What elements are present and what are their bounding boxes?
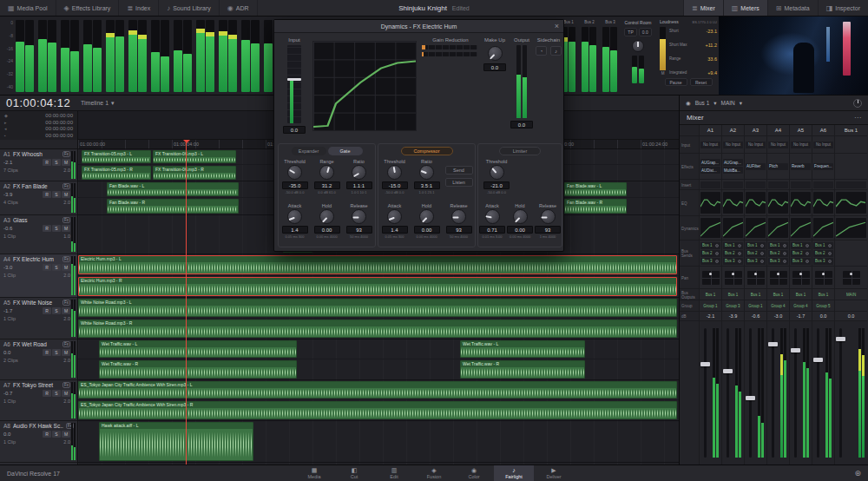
knob-value[interactable]: -21.0 <box>483 181 510 189</box>
strip-insert-slot[interactable] <box>746 181 766 188</box>
input-value[interactable]: 0.0 <box>283 126 306 134</box>
track-lane[interactable]: Hawk attack.aiff - L <box>78 421 679 462</box>
strip-insert-slot[interactable] <box>723 181 743 188</box>
bus-send-knob[interactable] <box>715 244 719 247</box>
r-button[interactable]: R <box>43 390 51 397</box>
page-button-edit[interactable]: ▥Edit <box>374 465 414 481</box>
strip-eq-graph[interactable] <box>813 192 833 214</box>
page-button-fusion[interactable]: ◈Fusion <box>414 465 454 481</box>
track-lane[interactable]: Electric Hum.mp3 - R <box>78 276 679 298</box>
topbar-button-index[interactable]: ≣Index <box>119 0 159 16</box>
dialog-titlebar[interactable]: Dynamics - FX Electric Hum × <box>274 20 563 33</box>
bus-send-knob[interactable] <box>760 244 764 247</box>
strip-effect[interactable]: AUGrap... <box>723 159 743 166</box>
knob-value[interactable]: 1.4 <box>382 226 408 234</box>
audio-clip[interactable]: Fan Blade.wav - L <box>107 182 239 196</box>
strip-bus-send[interactable]: Bus 3 <box>746 258 766 265</box>
monitor-bus-select[interactable]: Bus 1 <box>695 100 710 106</box>
r-button[interactable]: R <box>43 307 51 314</box>
strip-bus-send[interactable]: Bus 2 <box>791 250 811 257</box>
track-header-a7[interactable]: A7FX Tokyo StreetFx-0.7RSM1 Clip2.0 <box>0 380 77 421</box>
control-room-value[interactable]: 0.0 <box>639 28 652 36</box>
knob-value[interactable]: 93 <box>535 226 561 234</box>
fader-handle[interactable] <box>791 348 800 353</box>
fader-handle[interactable] <box>746 396 755 400</box>
strip-pan-control[interactable] <box>747 271 765 285</box>
strip-bus-send[interactable]: Bus 1 <box>746 242 766 249</box>
s-button[interactable]: S <box>52 264 61 271</box>
strip-input[interactable]: No Input <box>723 142 743 148</box>
track-lane[interactable]: ES_Tokyo Japan City Traffic Ambience Wit… <box>78 400 679 420</box>
strip-effect[interactable]: AUFilter <box>746 163 766 170</box>
strip-dynamics-graph[interactable] <box>836 218 865 238</box>
s-button[interactable]: S <box>52 431 61 438</box>
strip-bus-send[interactable]: Bus 2 <box>768 250 788 257</box>
track-header-a6[interactable]: A6FX Wet RoadFx0.0RSM2 Clips2.0 <box>0 339 77 380</box>
m-button[interactable]: M <box>62 390 70 397</box>
strip-bus-send[interactable]: Bus 1 <box>791 242 811 249</box>
strip-bus-output[interactable]: Bus 1 <box>728 293 739 297</box>
strip-bus-output[interactable]: Bus 1 <box>706 293 716 297</box>
strip-input[interactable]: No Input <box>700 142 720 148</box>
page-button-fairlight[interactable]: ♪Fairlight <box>494 465 534 481</box>
knob-value[interactable]: 0.00 <box>414 226 440 234</box>
r-button[interactable]: R <box>43 264 51 271</box>
audio-clip[interactable]: White Noise Road.mp3 - L <box>78 299 677 317</box>
audio-clip[interactable]: FX Transition-06.mp3 - R <box>153 166 236 180</box>
strip-db-value[interactable]: -3.9 <box>729 313 737 319</box>
track-lane-row-a8[interactable]: Hawk attack.aiff - L <box>78 421 679 463</box>
playhead[interactable] <box>186 140 187 465</box>
s-button[interactable]: S <box>52 191 61 198</box>
track-lane-row-a4[interactable]: Electric Hum.mp3 - LElectric Hum.mp3 - R <box>78 254 679 298</box>
input-level-slider[interactable] <box>287 45 301 123</box>
strip-effect[interactable]: Reverb <box>791 163 811 170</box>
knob-dial[interactable] <box>319 209 334 224</box>
audio-clip[interactable]: FX Transition-05.mp3 - R <box>82 166 151 180</box>
strip-effect[interactable]: Pitch <box>768 163 788 170</box>
strip-db-value[interactable]: -3.0 <box>774 313 782 319</box>
knob-dial[interactable] <box>387 165 402 180</box>
strip-dynamics-graph[interactable] <box>723 218 743 238</box>
topbar-button-effects-library[interactable]: ◈Effects Library <box>56 0 120 16</box>
topbar-button-metadata[interactable]: ⊞Metadata <box>767 0 818 16</box>
strip-bus-send[interactable]: Bus 1 <box>723 242 743 249</box>
page-button-color[interactable]: ◉Color <box>454 465 494 481</box>
topbar-button-adr[interactable]: ◉ADR <box>220 0 258 16</box>
timeline-selector[interactable]: Timeline 1 ▾ <box>81 100 115 107</box>
monitor-level-dial[interactable] <box>632 40 644 52</box>
audio-clip[interactable]: FX Transition-05.mp3 - L <box>82 150 151 163</box>
track-header-a2[interactable]: A2FX Fan BladeFx-3.9RSM4 Clips2.0 <box>0 181 77 215</box>
strip-db-value[interactable]: -2.1 <box>707 313 714 319</box>
topbar-button-media-pool[interactable]: ▦Media Pool <box>0 0 56 16</box>
close-icon[interactable]: × <box>555 20 559 32</box>
s-button[interactable]: S <box>52 159 61 166</box>
bus-send-knob[interactable] <box>828 252 832 255</box>
r-button[interactable]: R <box>43 159 51 166</box>
audio-clip[interactable]: Fan Blade.wav - R <box>107 199 239 214</box>
bus-send-knob[interactable] <box>738 252 741 255</box>
bus-send-knob[interactable] <box>783 252 786 255</box>
strip-eq-graph[interactable] <box>791 192 811 214</box>
knob-value[interactable]: 1.4 <box>282 226 308 234</box>
strip-bus-send[interactable]: Bus 1 <box>813 242 833 249</box>
strip-group[interactable]: Group 1 <box>748 304 762 308</box>
track-lane[interactable]: Wet Traffic.wav - LWet Traffic.wav - L <box>78 339 679 359</box>
fader-handle[interactable] <box>813 358 823 362</box>
send-button[interactable]: Send <box>445 166 473 175</box>
audio-clip[interactable]: Fan Blade.wav - R <box>564 199 627 214</box>
strip-db-value[interactable]: 0.0 <box>820 313 827 319</box>
knob-value[interactable]: 0.00 <box>314 226 340 234</box>
m-button[interactable]: M <box>62 191 70 198</box>
knob-value[interactable]: 0.71 <box>479 226 505 234</box>
r-button[interactable]: R <box>43 349 51 356</box>
m-button[interactable]: M <box>62 159 70 166</box>
m-button[interactable]: M <box>62 307 70 314</box>
strip-eq-graph[interactable] <box>700 192 720 214</box>
listen-button[interactable]: Listen <box>445 178 473 187</box>
fader-handle[interactable] <box>768 342 778 346</box>
strip-input[interactable]: No Input <box>746 142 766 148</box>
strip-effect[interactable]: AUDist... <box>700 167 720 174</box>
knob-dial[interactable] <box>513 209 528 224</box>
track-gain-value[interactable]: 0.0 <box>3 432 10 437</box>
strip-insert-slot[interactable] <box>813 181 833 188</box>
